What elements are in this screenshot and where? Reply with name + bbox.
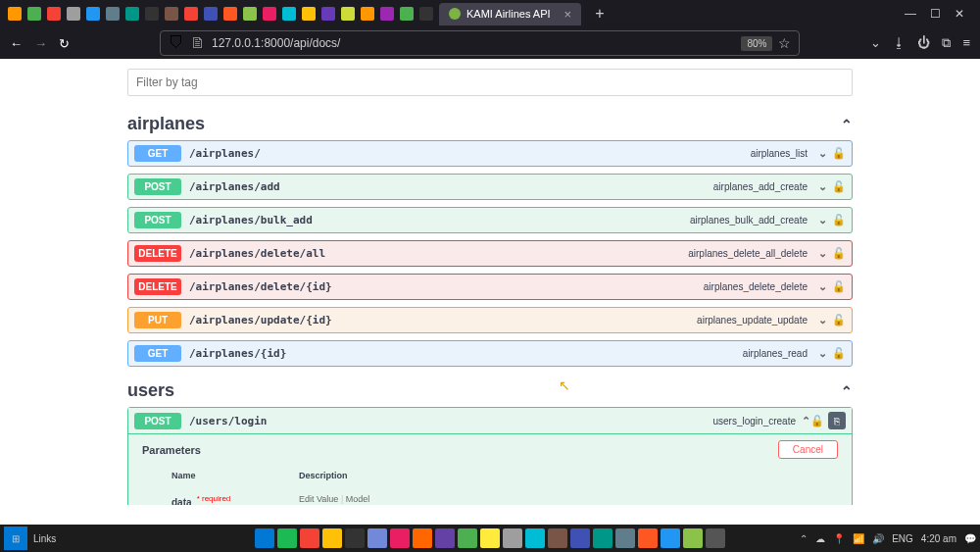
back-button[interactable]: ← bbox=[10, 36, 23, 51]
operation-id: airplanes_delete_all_delete bbox=[688, 248, 808, 259]
endpoint-header[interactable]: POST /users/login users_login_create ⌃ 🔓… bbox=[128, 408, 852, 434]
power-icon[interactable]: ⏻ bbox=[917, 35, 930, 51]
task-icon[interactable] bbox=[480, 528, 500, 548]
task-icon[interactable] bbox=[300, 528, 319, 548]
forward-button[interactable]: → bbox=[34, 36, 47, 51]
tab-icon[interactable] bbox=[263, 7, 276, 21]
task-icon[interactable] bbox=[435, 528, 455, 548]
tab-icon[interactable] bbox=[223, 7, 237, 21]
window-minimize-icon[interactable]: ― bbox=[905, 7, 916, 21]
tab-icon[interactable] bbox=[145, 7, 159, 21]
tab-icon[interactable] bbox=[361, 7, 374, 21]
notification-icon[interactable]: 💬 bbox=[964, 533, 976, 544]
tab-icon[interactable] bbox=[380, 7, 394, 21]
menu-icon[interactable]: ≡ bbox=[962, 35, 970, 51]
edit-value-tab[interactable]: Edit Value bbox=[299, 494, 338, 504]
task-icon[interactable] bbox=[345, 528, 365, 548]
copy-link-button[interactable]: ⎘ bbox=[828, 412, 846, 429]
lock-open-icon[interactable]: 🔓 bbox=[810, 415, 824, 427]
tab-icon[interactable] bbox=[400, 7, 414, 21]
tab-icon[interactable] bbox=[27, 7, 41, 21]
cancel-button[interactable]: Cancel bbox=[778, 440, 838, 459]
chevron-down-icon: ⌄ bbox=[818, 180, 827, 193]
tab-icon[interactable] bbox=[86, 7, 100, 21]
operation-id: airplanes_read bbox=[743, 348, 808, 359]
lock-open-icon[interactable]: 🔓 bbox=[832, 147, 846, 160]
lock-open-icon[interactable]: 🔓 bbox=[832, 247, 846, 260]
endpoint-row[interactable]: GET/airplanes/airplanes_list⌄🔓 bbox=[127, 140, 853, 167]
section-header-users[interactable]: users ⌃ bbox=[127, 375, 853, 407]
lock-open-icon[interactable]: 🔓 bbox=[832, 214, 846, 226]
filter-input[interactable] bbox=[127, 69, 853, 96]
zoom-badge[interactable]: 80% bbox=[741, 36, 772, 51]
active-tab[interactable]: KAMI Airlines API × bbox=[439, 3, 581, 25]
operation-id: airplanes_update_update bbox=[697, 315, 808, 326]
task-icon[interactable] bbox=[390, 528, 410, 548]
tab-icon[interactable] bbox=[282, 7, 296, 21]
endpoint-row[interactable]: GET/airplanes/{id}airplanes_read⌄🔓 bbox=[127, 340, 853, 367]
wifi-icon[interactable]: 📶 bbox=[853, 533, 864, 544]
task-icon[interactable] bbox=[458, 528, 477, 548]
clock[interactable]: 4:20 am bbox=[921, 533, 956, 544]
bookmark-icon[interactable]: ☆ bbox=[778, 35, 791, 51]
task-icon[interactable] bbox=[255, 528, 274, 548]
task-icon[interactable] bbox=[638, 528, 658, 548]
task-icon[interactable] bbox=[277, 528, 297, 548]
url-input[interactable]: ⛉ 🗎 127.0.0.1:8000/api/docs/ 80% ☆ bbox=[160, 30, 800, 56]
tab-icon[interactable] bbox=[67, 7, 80, 21]
tab-icon[interactable] bbox=[243, 7, 257, 21]
chevron-down-icon: ⌄ bbox=[818, 314, 827, 326]
download-icon[interactable]: ⭳ bbox=[893, 35, 906, 51]
task-icon[interactable] bbox=[593, 528, 612, 548]
taskbar-text[interactable]: Links bbox=[33, 533, 56, 544]
tab-icon[interactable] bbox=[302, 7, 316, 21]
volume-icon[interactable]: 🔊 bbox=[872, 533, 884, 544]
new-tab-button[interactable]: + bbox=[595, 5, 604, 23]
task-icon[interactable] bbox=[525, 528, 545, 548]
tab-icon[interactable] bbox=[165, 7, 178, 21]
tab-icon[interactable] bbox=[106, 7, 120, 21]
tab-icon[interactable] bbox=[8, 7, 22, 21]
task-icon[interactable] bbox=[548, 528, 567, 548]
tray-chevron-icon[interactable]: ⌃ bbox=[800, 533, 808, 544]
language-indicator[interactable]: ENG bbox=[892, 533, 913, 544]
tab-icon[interactable] bbox=[125, 7, 139, 21]
ext-icon[interactable]: ⧉ bbox=[942, 35, 951, 51]
lock-open-icon[interactable]: 🔓 bbox=[832, 280, 846, 293]
task-icon[interactable] bbox=[615, 528, 635, 548]
task-icon[interactable] bbox=[503, 528, 522, 548]
task-icon[interactable] bbox=[413, 528, 432, 548]
task-icon[interactable] bbox=[368, 528, 387, 548]
endpoint-row[interactable]: DELETE/airplanes/delete/{id}airplanes_de… bbox=[127, 274, 853, 300]
task-icon[interactable] bbox=[706, 528, 725, 548]
endpoint-row[interactable]: DELETE/airplanes/delete/allairplanes_del… bbox=[127, 240, 853, 267]
tab-icon[interactable] bbox=[419, 7, 433, 21]
method-badge: POST bbox=[134, 178, 181, 195]
pocket-icon[interactable]: ⌄ bbox=[870, 35, 881, 51]
start-button[interactable]: ⊞ bbox=[4, 527, 27, 550]
window-maximize-icon[interactable]: ☐ bbox=[930, 7, 941, 21]
tab-icon[interactable] bbox=[47, 7, 61, 21]
location-icon[interactable]: 📍 bbox=[833, 533, 845, 544]
tab-icon[interactable] bbox=[184, 7, 198, 21]
endpoint-row[interactable]: POST/airplanes/addairplanes_add_create⌄🔓 bbox=[127, 174, 853, 200]
task-icon[interactable] bbox=[570, 528, 590, 548]
model-tab[interactable]: Model bbox=[346, 494, 370, 504]
tab-icon[interactable] bbox=[321, 7, 335, 21]
taskbar: ⊞ Links ⌃ ☁ 📍 📶 🔊 ENG 4:20 am 💬 bbox=[0, 525, 980, 552]
window-close-icon[interactable]: ✕ bbox=[955, 7, 964, 21]
lock-open-icon[interactable]: 🔓 bbox=[832, 180, 846, 193]
tab-icon[interactable] bbox=[341, 7, 355, 21]
endpoint-row[interactable]: PUT/airplanes/update/{id}airplanes_updat… bbox=[127, 307, 853, 333]
onedrive-icon[interactable]: ☁ bbox=[815, 533, 825, 544]
task-icon[interactable] bbox=[322, 528, 342, 548]
section-header-airplanes[interactable]: airplanes ⌃ bbox=[127, 108, 853, 140]
task-icon[interactable] bbox=[661, 528, 680, 548]
endpoint-row[interactable]: POST/airplanes/bulk_addairplanes_bulk_ad… bbox=[127, 207, 853, 233]
reload-button[interactable]: ↻ bbox=[59, 36, 70, 51]
close-tab-icon[interactable]: × bbox=[564, 7, 572, 22]
lock-open-icon[interactable]: 🔓 bbox=[832, 314, 846, 326]
task-icon[interactable] bbox=[683, 528, 703, 548]
tab-icon[interactable] bbox=[204, 7, 218, 21]
lock-open-icon[interactable]: 🔓 bbox=[832, 347, 846, 360]
